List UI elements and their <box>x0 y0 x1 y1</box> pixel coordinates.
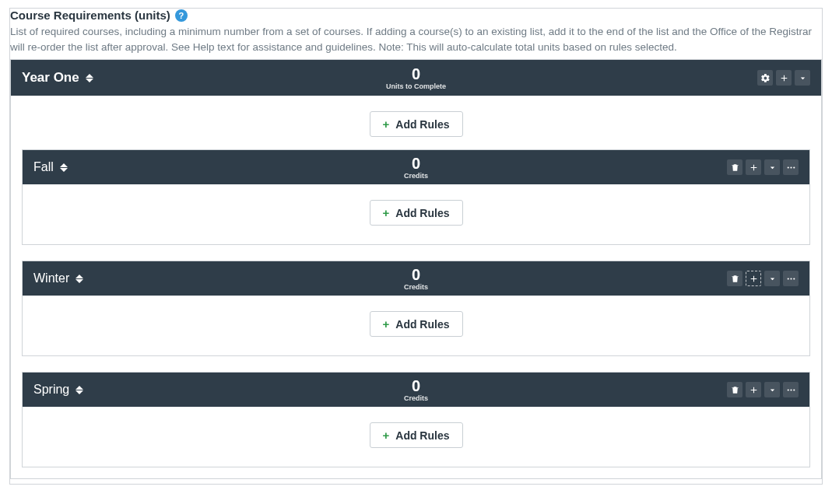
add-rules-button[interactable]: + Add Rules <box>370 111 463 137</box>
svg-point-4 <box>790 278 792 279</box>
sort-icon <box>75 386 83 394</box>
term-title-text: Fall <box>33 160 54 174</box>
plus-icon: + <box>383 429 390 442</box>
svg-point-3 <box>787 278 788 279</box>
year-units-label: Units to Complete <box>386 82 446 90</box>
term-credits-label: Credits <box>404 172 428 180</box>
term-title[interactable]: Winter <box>33 271 83 285</box>
term-body: + Add Rules <box>23 184 809 244</box>
term-title-text: Spring <box>33 383 69 397</box>
add-rules-button[interactable]: + Add Rules <box>370 311 463 337</box>
svg-point-8 <box>793 389 795 390</box>
year-title-text: Year One <box>22 70 79 86</box>
year-title[interactable]: Year One <box>22 70 93 86</box>
term-title-text: Winter <box>33 271 69 285</box>
add-rules-label: Add Rules <box>395 207 449 219</box>
plus-icon: + <box>383 317 390 331</box>
add-rules-label: Add Rules <box>395 429 449 442</box>
plus-icon: + <box>383 117 390 131</box>
chevron-down-icon[interactable] <box>795 70 810 86</box>
year-units-value: 0 <box>386 66 446 82</box>
term-credits-value: 0 <box>404 156 428 171</box>
plus-icon[interactable] <box>746 271 761 286</box>
chevron-down-icon[interactable] <box>764 159 780 175</box>
term-credits-display: 0 Credits <box>404 267 428 291</box>
svg-point-5 <box>793 278 795 279</box>
chevron-down-icon[interactable] <box>764 271 780 286</box>
term-credits-label: Credits <box>404 394 428 402</box>
add-rules-label: Add Rules <box>395 318 449 331</box>
chevron-down-icon[interactable] <box>764 382 780 397</box>
year-header-bar: Year One 0 Units to Complete <box>11 60 821 96</box>
gear-icon[interactable] <box>757 70 773 86</box>
year-block: Year One 0 Units to Complete <box>10 59 822 479</box>
trash-icon[interactable] <box>727 382 742 397</box>
section-title-text: Course Requirements (units) <box>10 9 170 22</box>
term-header-bar: Fall 0 Credits <box>23 150 809 184</box>
term-title[interactable]: Spring <box>33 383 83 397</box>
term-block: Fall 0 Credits <box>22 149 810 245</box>
term-header-bar: Spring 0 Credits <box>23 373 809 407</box>
plus-icon: + <box>383 206 390 219</box>
svg-point-1 <box>790 166 792 168</box>
term-credits-value: 0 <box>404 267 428 282</box>
help-icon[interactable]: ? <box>175 9 188 22</box>
term-credits-display: 0 Credits <box>404 156 428 180</box>
year-units-display: 0 Units to Complete <box>386 66 446 90</box>
term-block: Spring 0 Credits <box>22 372 810 467</box>
term-body: + Add Rules <box>23 296 809 355</box>
svg-point-0 <box>787 166 788 168</box>
svg-point-7 <box>790 389 792 390</box>
add-rules-button[interactable]: + Add Rules <box>370 422 463 448</box>
trash-icon[interactable] <box>727 159 742 175</box>
section-description: List of required courses, including a mi… <box>10 24 822 54</box>
sort-icon <box>60 163 68 172</box>
term-body: + Add Rules <box>23 407 809 467</box>
section-title: Course Requirements (units) ? <box>10 9 188 22</box>
term-block: Winter 0 Credits <box>22 261 810 356</box>
svg-point-6 <box>787 389 788 390</box>
trash-icon[interactable] <box>727 271 742 286</box>
sort-icon <box>75 275 83 283</box>
more-icon[interactable] <box>783 159 799 175</box>
term-credits-value: 0 <box>404 378 428 394</box>
svg-point-2 <box>793 166 795 168</box>
more-icon[interactable] <box>783 271 799 286</box>
plus-icon[interactable] <box>746 382 761 397</box>
add-rules-button[interactable]: + Add Rules <box>370 200 463 226</box>
term-credits-display: 0 Credits <box>404 378 428 402</box>
year-body: + Add Rules <box>11 96 821 149</box>
add-rules-label: Add Rules <box>395 118 449 131</box>
plus-icon[interactable] <box>776 70 792 86</box>
term-header-bar: Winter 0 Credits <box>23 261 809 296</box>
term-credits-label: Credits <box>404 283 428 291</box>
term-title[interactable]: Fall <box>33 160 68 174</box>
sort-icon <box>86 74 93 82</box>
plus-icon[interactable] <box>746 159 761 175</box>
more-icon[interactable] <box>783 382 799 397</box>
